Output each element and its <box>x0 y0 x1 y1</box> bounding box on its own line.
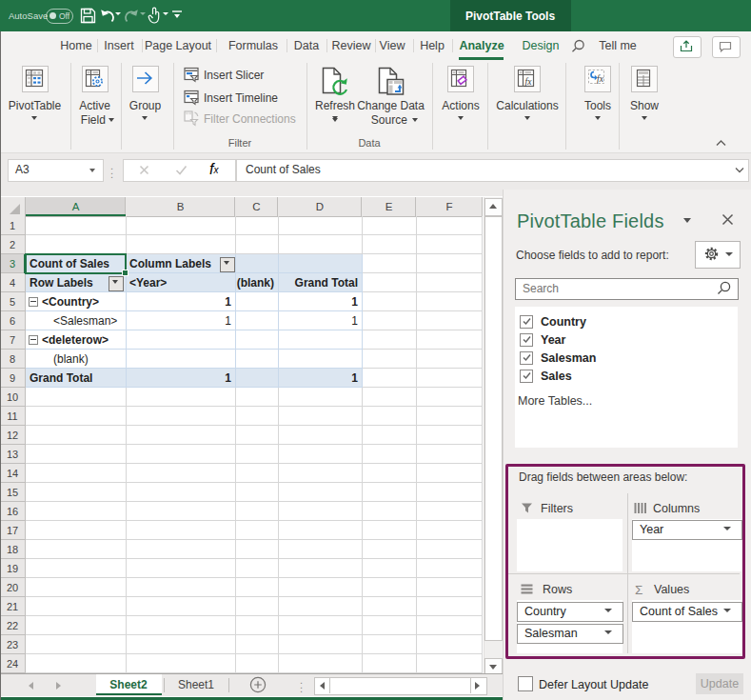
svg-text:fx: fx <box>525 77 533 87</box>
svg-text:fx: fx <box>597 74 604 84</box>
